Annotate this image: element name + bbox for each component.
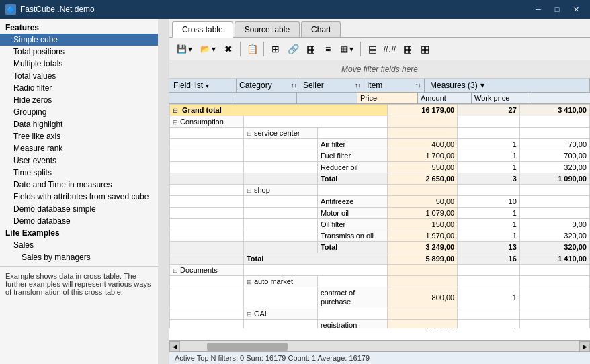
features-title: Features (0, 21, 158, 34)
motor-oil-workprice (519, 208, 589, 219)
sidebar-item-simple-cube[interactable]: Simple cube (0, 34, 158, 46)
sidebar-item-sales[interactable]: Sales (0, 239, 158, 251)
am-cat (170, 276, 244, 287)
view-dropdown[interactable]: ▦ ▾ (337, 42, 357, 56)
sidebar-scrollbar[interactable] (158, 19, 169, 364)
sidebar-item-sales-managers[interactable]: Sales by managers (0, 251, 158, 263)
mo-cat (170, 208, 244, 219)
tab-source-table[interactable]: Source table (235, 21, 300, 37)
consumption-expand[interactable]: ⊟ (173, 119, 178, 126)
window-controls[interactable]: ─ □ ✕ (530, 3, 585, 16)
antifreeze-amount: 10 (458, 196, 520, 208)
table-row-service-center-total: Total 2 650,00 3 1 090,00 (170, 173, 590, 185)
of-seller (243, 219, 317, 230)
table-row-antifreeze: Antifreeze 50,00 10 (170, 196, 590, 208)
measures-arrow: ▾ (480, 81, 484, 90)
af-seller (243, 139, 317, 150)
shop-item-empty (317, 185, 387, 196)
antifreeze-price: 50,00 (388, 196, 458, 208)
sidebar-item-radio-filter[interactable]: Radio filter (0, 82, 158, 94)
sidebar-item-user-events[interactable]: User events (0, 154, 158, 167)
item-sort-icon: ↑↓ (415, 82, 421, 89)
table-row-air-filter: Air filter 400,00 1 70,00 (170, 139, 590, 150)
auto-market-seller: ⊟auto market (243, 276, 317, 287)
grid-button[interactable]: ⊞ (267, 41, 284, 57)
service-center-seller: ⊟service center (243, 128, 317, 139)
save-dropdown[interactable]: 💾 ▾ (173, 42, 196, 56)
consumption-amount (458, 116, 520, 128)
scroll-thumb[interactable] (207, 343, 288, 351)
cp-seller (243, 287, 317, 308)
list-button[interactable]: ≡ (320, 41, 336, 57)
contract-price: 800,00 (388, 287, 458, 308)
ant-cat (170, 196, 244, 208)
table-row-gai: ⊟GAI (170, 308, 590, 320)
scroll-right-arrow[interactable]: ▶ (579, 341, 590, 352)
consumption-empty (243, 116, 387, 128)
link-button[interactable]: 🔗 (285, 41, 301, 57)
sidebar-item-measure-rank[interactable]: Measure rank (0, 142, 158, 154)
save-icon: 💾 (177, 44, 187, 54)
sct-cat (170, 173, 244, 185)
documents-category: ⊟Documents (170, 265, 244, 276)
style-button[interactable]: ▦ (399, 41, 415, 57)
gai-expand[interactable]: ⊟ (247, 311, 252, 318)
to-seller (243, 230, 317, 242)
documents-expand[interactable]: ⊟ (173, 267, 178, 274)
format-button[interactable]: #.# (382, 41, 398, 57)
delete-button[interactable]: ✖ (220, 41, 237, 57)
auto-market-amount (458, 276, 520, 287)
scroll-left-arrow[interactable]: ◀ (169, 341, 180, 352)
table-button[interactable]: ▦ (302, 41, 319, 57)
options-button[interactable]: ▦ (417, 41, 433, 57)
sidebar-item-time-splits[interactable]: Time splits (0, 167, 158, 179)
auto-market-expand[interactable]: ⊟ (247, 279, 252, 285)
sidebar-item-demo-db[interactable]: Demo database (0, 215, 158, 227)
field-list-arrow: ▾ (206, 82, 209, 89)
air-filter-item: Air filter (317, 139, 387, 150)
sidebar-item-grouping[interactable]: Grouping (0, 106, 158, 118)
shop-total-label: Total (317, 242, 387, 253)
toolbar: 💾 ▾ 📂 ▾ ✖ 📋 ⊞ 🔗 ▦ ≡ ▦ ▾ ▤ #.# ▦ ▦ (169, 38, 590, 60)
chart-icon: ▦ (341, 44, 348, 54)
ff-seller (243, 150, 317, 162)
fuel-filter-workprice: 700,00 (519, 150, 589, 162)
auto-market-workprice (519, 276, 589, 287)
scroll-track[interactable] (180, 341, 579, 351)
oil-filter-price: 150,00 (388, 219, 458, 230)
sidebar-item-hide-zeros[interactable]: Hide zeros (0, 94, 158, 106)
title-bar: 🔷 FastCube .Net demo ─ □ ✕ (0, 0, 590, 19)
separator-2 (263, 42, 264, 56)
sidebar-item-data-highlight[interactable]: Data highlight (0, 118, 158, 130)
table-row-contract: contract of purchase 800,00 1 (170, 287, 590, 308)
minimize-button[interactable]: ─ (530, 3, 547, 16)
ro-seller (243, 162, 317, 173)
table-row-oil-filter: Oil filter 150,00 1 0,00 (170, 219, 590, 230)
field-list-control[interactable]: Field list ▾ (169, 79, 237, 92)
shop-expand[interactable]: ⊟ (247, 187, 252, 194)
grand-total-workprice: 3 410,00 (519, 105, 589, 116)
close-button[interactable]: ✕ (567, 3, 585, 16)
sidebar-item-demo-db-simple[interactable]: Demo database simple (0, 203, 158, 215)
maximize-button[interactable]: □ (548, 3, 566, 16)
sidebar-item-date-time-measures[interactable]: Date and Time in measures (0, 179, 158, 191)
consumption-total-label: Total (243, 253, 387, 265)
sidebar-item-tree-like-axis[interactable]: Tree like axis (0, 130, 158, 142)
column-subheaders: Price Amount Work price (169, 93, 590, 104)
sidebar-item-total-values[interactable]: Total values (0, 70, 158, 82)
sidebar-item-total-positions[interactable]: Total positions (0, 46, 158, 58)
sidebar-item-fields-attributes[interactable]: Fields with attributes from saved cube (0, 191, 158, 203)
expand-icon[interactable]: ⊟ (173, 107, 178, 114)
horizontal-scrollbar[interactable]: ◀ ▶ (169, 340, 590, 351)
tab-cross-table[interactable]: Cross table (172, 21, 233, 38)
category-label: Category (239, 81, 272, 90)
fuel-filter-item: Fuel filter (317, 150, 387, 162)
measures-control[interactable]: Measures (3) ▾ (425, 79, 590, 92)
filter-button[interactable]: ▤ (364, 41, 380, 57)
sidebar-item-multiple-totals[interactable]: Multiple totals (0, 58, 158, 70)
open-dropdown[interactable]: 📂 ▾ (197, 42, 219, 56)
table-row-fuel-filter: Fuel filter 1 700,00 1 700,00 (170, 150, 590, 162)
tab-chart[interactable]: Chart (301, 21, 341, 37)
copy-button[interactable]: 📋 (244, 41, 260, 57)
service-center-expand[interactable]: ⊟ (247, 130, 252, 137)
